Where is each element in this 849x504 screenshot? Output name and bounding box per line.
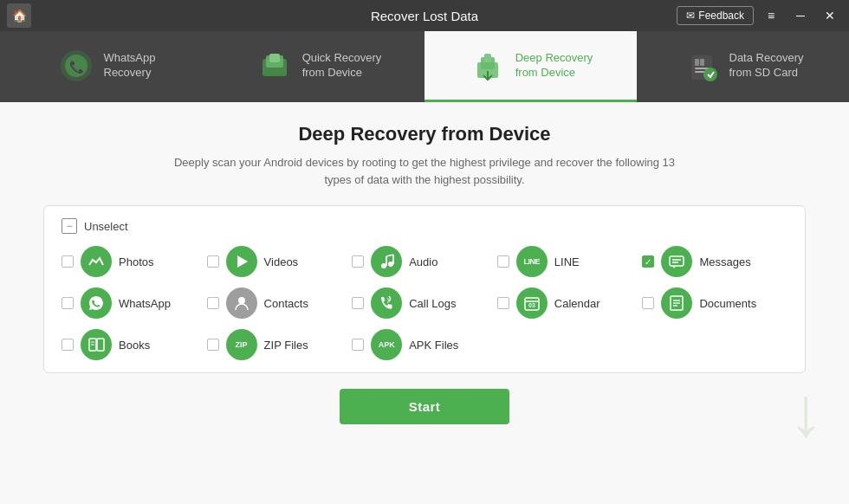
photos-checkbox[interactable]	[62, 255, 74, 268]
start-section: Start	[43, 389, 806, 424]
item-calendar[interactable]: 03 Calendar	[497, 288, 643, 319]
unselect-header[interactable]: − Unselect	[62, 218, 787, 234]
minimize-button[interactable]: ─	[788, 6, 813, 25]
zipfiles-icon: ZIP	[226, 329, 257, 360]
svg-point-15	[703, 68, 717, 81]
item-zipfiles[interactable]: ZIP ZIP Files	[207, 329, 353, 360]
title-bar-right: ✉ Feedback ≡ ─ ✕	[677, 6, 842, 25]
item-whatsapp[interactable]: WhatsApp	[62, 288, 207, 319]
page-subtitle: Deeply scan your Android devices by root…	[43, 154, 806, 188]
tab-sdcard[interactable]: Data Recovery from SD Card	[637, 31, 849, 102]
item-apkfiles[interactable]: APK APK Files	[352, 329, 497, 360]
line-label: LINE	[554, 255, 580, 268]
items-grid: Photos Videos Audio LINE LINE	[62, 246, 787, 360]
title-bar: 🏠 Recover Lost Data ✉ Feedback ≡ ─ ✕	[0, 0, 849, 31]
audio-checkbox[interactable]	[352, 255, 364, 268]
feedback-label: Feedback	[698, 10, 744, 22]
videos-label: Videos	[264, 255, 299, 268]
contacts-checkbox[interactable]	[207, 297, 219, 309]
item-messages[interactable]: ✓ Messages	[642, 246, 787, 277]
books-checkbox[interactable]	[62, 339, 74, 351]
contacts-label: Contacts	[264, 297, 308, 310]
mail-icon: ✉	[686, 10, 695, 22]
tab-whatsapp[interactable]: 📞 WhatsApp Recovery	[0, 31, 212, 102]
deep-recovery-tab-icon	[469, 47, 507, 85]
home-button[interactable]: 🏠	[7, 3, 31, 28]
nav-tabs: 📞 WhatsApp Recovery Quick Recovery from …	[0, 31, 849, 102]
feedback-button[interactable]: ✉ Feedback	[677, 6, 754, 25]
photos-label: Photos	[119, 255, 153, 268]
svg-rect-34	[97, 339, 104, 351]
item-line[interactable]: LINE LINE	[497, 246, 643, 277]
calendar-icon: 03	[516, 288, 548, 319]
item-videos[interactable]: Videos	[207, 246, 353, 277]
contacts-icon	[226, 288, 257, 319]
svg-rect-11	[695, 59, 699, 66]
messages-icon	[661, 246, 692, 277]
videos-checkbox[interactable]	[207, 255, 219, 268]
books-icon	[81, 329, 112, 360]
tab-deep-recovery[interactable]: Deep Recovery from Device	[424, 31, 637, 102]
whatsapp-icon	[81, 288, 112, 319]
svg-rect-12	[700, 59, 704, 66]
calllogs-label: Call Logs	[409, 297, 456, 310]
menu-button[interactable]: ≡	[759, 6, 783, 25]
apkfiles-checkbox[interactable]	[352, 339, 364, 351]
apkfiles-label: APK Files	[409, 339, 458, 352]
svg-text:📞: 📞	[68, 60, 84, 74]
line-checkbox[interactable]	[497, 255, 509, 268]
whatsapp-tab-label: WhatsApp Recovery	[104, 51, 156, 81]
item-books[interactable]: Books	[62, 329, 207, 360]
documents-checkbox[interactable]	[642, 297, 654, 309]
calendar-checkbox[interactable]	[497, 297, 509, 309]
messages-checkbox[interactable]: ✓	[642, 255, 654, 268]
whatsapp-tab-icon: 📞	[57, 47, 95, 85]
calendar-label: Calendar	[554, 297, 600, 310]
item-contacts[interactable]: Contacts	[207, 288, 353, 319]
svg-text:03: 03	[528, 302, 535, 308]
svg-point-25	[238, 297, 245, 304]
photos-icon	[81, 246, 112, 277]
zipfiles-label: ZIP Files	[264, 339, 308, 352]
sdcard-tab-icon	[683, 47, 721, 85]
videos-icon	[226, 246, 257, 277]
selection-box: − Unselect Photos Videos	[43, 205, 806, 373]
sdcard-tab-label: Data Recovery from SD Card	[729, 51, 804, 81]
tab-quick-recovery[interactable]: Quick Recovery from Device	[212, 31, 424, 102]
item-documents[interactable]: Documents	[642, 288, 787, 319]
whatsapp-checkbox[interactable]	[62, 297, 74, 309]
item-calllogs[interactable]: Call Logs	[352, 288, 497, 319]
item-photos[interactable]: Photos	[62, 246, 207, 277]
svg-rect-9	[484, 54, 491, 62]
messages-label: Messages	[699, 255, 750, 268]
apkfiles-icon: APK	[371, 329, 402, 360]
svg-rect-5	[269, 54, 280, 62]
svg-marker-16	[237, 255, 248, 268]
unselect-icon: −	[62, 218, 77, 234]
title-bar-left: 🏠	[7, 3, 31, 28]
svg-rect-6	[264, 73, 285, 76]
svg-rect-14	[695, 71, 705, 73]
line-icon: LINE	[516, 246, 548, 277]
svg-rect-22	[670, 256, 684, 266]
calllogs-icon	[371, 288, 402, 319]
quick-recovery-tab-icon	[256, 47, 294, 85]
main-content: Deep Recovery from Device Deeply scan yo…	[0, 102, 849, 504]
quick-recovery-tab-label: Quick Recovery from Device	[302, 51, 382, 81]
start-button[interactable]: Start	[340, 389, 510, 424]
audio-icon	[371, 246, 402, 277]
books-label: Books	[119, 339, 150, 352]
item-audio[interactable]: Audio	[352, 246, 497, 277]
deep-recovery-tab-label: Deep Recovery from Device	[515, 51, 593, 81]
documents-icon	[661, 288, 692, 319]
close-button[interactable]: ✕	[818, 6, 842, 25]
svg-line-21	[386, 255, 393, 256]
zipfiles-checkbox[interactable]	[207, 339, 219, 351]
whatsapp-label: WhatsApp	[119, 297, 171, 310]
calllogs-checkbox[interactable]	[352, 297, 364, 309]
unselect-label: Unselect	[84, 220, 128, 233]
audio-label: Audio	[409, 255, 437, 268]
page-title: Deep Recovery from Device	[43, 123, 806, 145]
app-title: Recover Lost Data	[371, 9, 478, 23]
documents-label: Documents	[699, 297, 756, 310]
